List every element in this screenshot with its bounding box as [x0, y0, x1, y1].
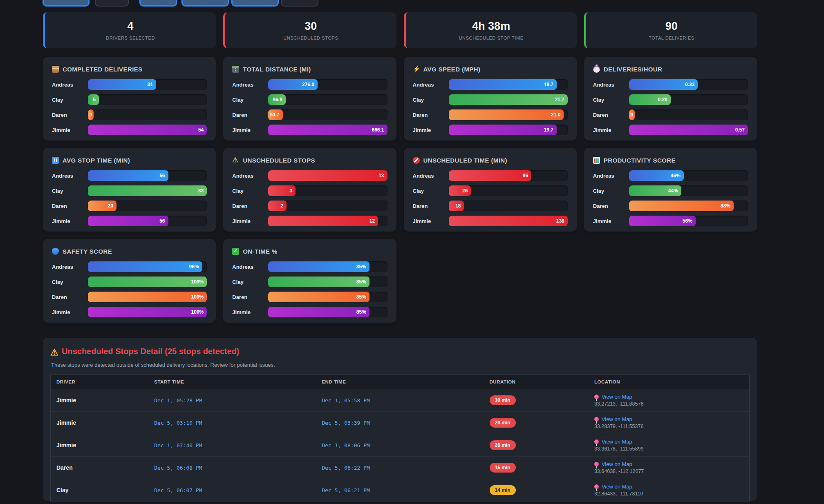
bar-row: Daren 80.7 — [232, 109, 387, 120]
summary-value: 90 — [665, 20, 678, 33]
column-header: DURATION — [484, 375, 589, 389]
bar-track: 85% — [268, 307, 387, 317]
bar-fill: 21.0 — [449, 109, 564, 120]
bar-track: 56% — [629, 216, 748, 226]
bar-driver-label: Jimmie — [413, 127, 449, 133]
bar-value: 31 — [148, 82, 153, 87]
cell-start-time: Dec 5, 06:07 PM — [148, 487, 316, 493]
bar-row: Jimmie 12 — [232, 216, 387, 226]
metric-card: ON-TIME % Andreas 85% Clay 85% Daren 85%… — [223, 239, 396, 323]
metric-title-row: ON-TIME % — [232, 248, 387, 255]
cell-driver: Jimmie — [51, 397, 148, 404]
bar-row: Andreas 31 — [52, 79, 207, 90]
view-on-map-link[interactable]: View on Map — [594, 394, 743, 400]
column-header: START TIME — [148, 375, 316, 389]
bar-track: 138 — [449, 216, 568, 226]
bar-driver-label: Clay — [232, 188, 268, 194]
bar-value: 56 — [159, 218, 165, 224]
bar-row: Daren 21.0 — [413, 109, 568, 120]
bar-driver-label: Jimmie — [593, 127, 629, 133]
bar-track: 21.7 — [449, 94, 568, 105]
bar-fill: 276.0 — [268, 79, 318, 90]
bar-track: 85% — [268, 277, 387, 287]
bar-fill: 80.7 — [268, 109, 282, 120]
cell-location: View on Map 33.64038, -112.12077 — [589, 461, 749, 474]
bar-row: Clay 85% — [232, 277, 387, 287]
bar-track: 0 — [629, 109, 748, 120]
bar-row: Clay 0.20 — [593, 94, 748, 105]
bar-track: 19.7 — [449, 125, 568, 135]
bar-value: 21.0 — [551, 112, 560, 118]
metric-title: AVG STOP TIME (MIN) — [63, 157, 130, 164]
bar-fill: 88% — [629, 201, 734, 211]
bar-driver-label: Andreas — [232, 173, 268, 179]
bar-fill: 13 — [268, 170, 387, 181]
bar-value: 12 — [369, 218, 375, 224]
bar-driver-label: Andreas — [593, 82, 629, 88]
section-subtitle: These stops were detected outside of sch… — [51, 362, 750, 368]
view-on-map-link[interactable]: View on Map — [594, 439, 743, 445]
bar-fill: 56 — [88, 170, 168, 181]
bar-row: Daren 88% — [593, 201, 748, 211]
bar-driver-label: Daren — [413, 112, 449, 118]
cell-driver: Clay — [51, 487, 148, 493]
table-row: Jimmie Dec 5, 03:10 PM Dec 5, 03:39 PM 2… — [51, 412, 749, 434]
duration-badge: 26 min — [490, 440, 516, 450]
bar-chart: Andreas 19.7 Clay 21.7 Daren 21.0 Jimmie… — [413, 79, 568, 135]
bar-row: Jimmie 56 — [52, 216, 207, 226]
bar-fill: 20 — [88, 201, 116, 211]
bar-track: 20 — [88, 201, 207, 211]
map-pin-icon — [594, 417, 599, 421]
bar-row: Andreas 85% — [232, 261, 387, 272]
cell-duration: 14 min — [484, 485, 589, 495]
metric-card: SAFETY SCORE Andreas 96% Clay 100% Daren… — [43, 239, 216, 323]
bar-row: Clay 100% — [52, 277, 207, 287]
bar-driver-label: Jimmie — [232, 218, 268, 224]
column-header: END TIME — [316, 375, 484, 389]
bar-value: 54 — [198, 127, 204, 133]
bar-driver-label: Jimmie — [232, 309, 268, 315]
bar-driver-label: Daren — [52, 294, 88, 300]
unscheduled-stops-detail-card: Unscheduled Stops Detail (25 stops detec… — [43, 338, 757, 501]
bar-driver-label: Jimmie — [52, 218, 88, 224]
cell-duration: 30 min — [484, 395, 589, 405]
bar-fill: 85% — [268, 292, 369, 302]
bar-value: 56 — [159, 173, 165, 178]
bar-row: Daren 100% — [52, 292, 207, 302]
toolbar-button-3[interactable] — [139, 0, 177, 7]
cell-end-time: Dec 1, 05:58 PM — [316, 397, 484, 404]
chart-icon — [593, 157, 600, 164]
bar-track: 2 — [268, 201, 387, 211]
shield-icon — [52, 248, 59, 255]
bar-track: 0.57 — [629, 125, 748, 135]
cell-duration: 29 min — [484, 418, 589, 428]
bar-value: 20 — [108, 203, 113, 209]
view-on-map-link[interactable]: View on Map — [594, 416, 743, 422]
view-on-map-link[interactable]: View on Map — [594, 461, 743, 467]
table-row: Clay Dec 5, 06:07 PM Dec 5, 06:21 PM 14 … — [51, 479, 749, 502]
bar-fill: 0.57 — [629, 125, 748, 135]
bar-fill: 56% — [629, 216, 696, 226]
summary-value: 4h 38m — [472, 20, 510, 33]
metric-card: PRODUCTIVITY SCORE Andreas 46% Clay 44% … — [584, 148, 757, 232]
summary-value: 4 — [128, 20, 134, 33]
bar-driver-label: Jimmie — [232, 127, 268, 133]
toolbar-button-1[interactable] — [43, 0, 90, 7]
bar-value: 100% — [191, 279, 204, 285]
toolbar-button-2[interactable] — [95, 0, 129, 7]
toolbar-button-4[interactable] — [181, 0, 229, 7]
summary-card: 4 DRIVERS SELECTED — [43, 12, 216, 48]
toolbar-button-5[interactable] — [231, 0, 279, 7]
bar-driver-label: Clay — [52, 188, 88, 194]
bar-track: 666.1 — [268, 125, 387, 135]
check-icon — [232, 248, 239, 255]
cell-end-time: Dec 5, 03:39 PM — [316, 420, 484, 426]
metric-title-row: DELIVERIES/HOUR — [593, 66, 748, 73]
cell-driver: Jimmie — [51, 442, 148, 448]
metric-card: UNSCHEDULED TIME (MIN) Andreas 96 Clay 2… — [404, 148, 577, 232]
bar-value: 0 — [90, 112, 92, 118]
bar-driver-label: Clay — [593, 97, 629, 103]
toolbar-button-6[interactable] — [281, 0, 318, 7]
view-on-map-link[interactable]: View on Map — [594, 484, 743, 490]
metric-title-row: UNSCHEDULED TIME (MIN) — [413, 157, 568, 164]
